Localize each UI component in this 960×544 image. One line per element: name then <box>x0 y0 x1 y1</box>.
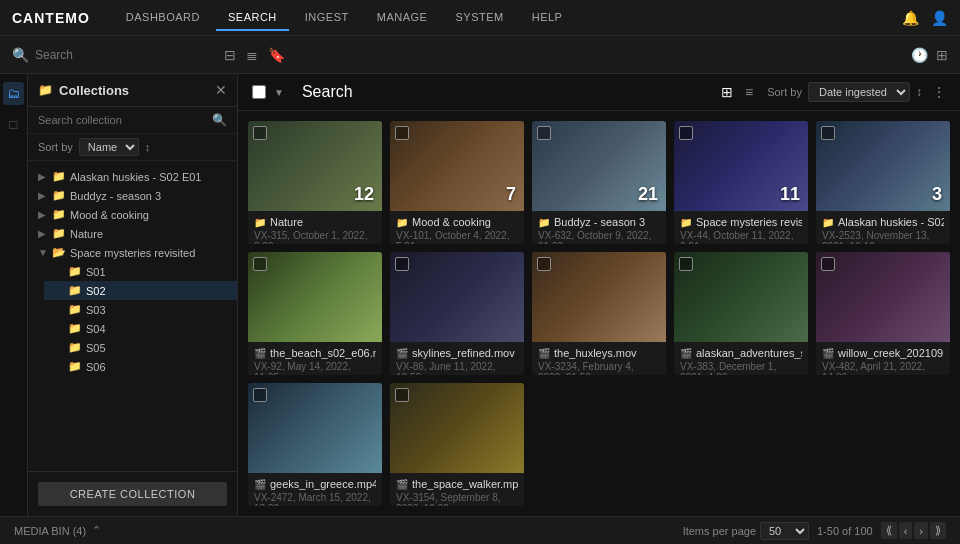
item-checkbox[interactable] <box>821 257 835 271</box>
per-page-select[interactable]: 50 25 100 <box>760 522 809 540</box>
grid-item[interactable]: ⋮🎬the_beach_s02_e06.mp4VX-92, May 14, 20… <box>248 252 382 375</box>
checkbox-arrow[interactable]: ▼ <box>274 87 284 98</box>
bell-icon[interactable]: 🔔 <box>902 10 919 26</box>
tree-item-space[interactable]: ▼ 📂 Space mysteries revisited <box>28 243 237 262</box>
folder-icon: 📁 <box>52 170 66 183</box>
grid-item[interactable]: 11⋮📁Space mysteries revisit...VX-44, Oct… <box>674 121 808 244</box>
grid-item[interactable]: ⋮🎬skylines_refined.movVX-86, June 11, 20… <box>390 252 524 375</box>
item-checkbox[interactable] <box>253 126 267 140</box>
tree-item-s06[interactable]: ▶ 📁 S06 <box>44 357 237 376</box>
folder-icon: 📁 <box>68 322 82 335</box>
file-icon: 🎬 <box>254 348 266 359</box>
app-logo: CANTEMO <box>12 10 90 26</box>
folder-icon: 📁 <box>68 341 82 354</box>
item-meta: VX-632, October 9, 2022, 21:33 <box>538 230 660 244</box>
folder-icon: 📁 <box>52 208 66 221</box>
grid-item[interactable]: ⋮🎬geeks_in_greece.mp4VX-2472, March 15, … <box>248 383 382 506</box>
grid-view-button[interactable]: ⊞ <box>717 82 737 102</box>
item-meta: VX-3154, September 8, 2022, 12:00 <box>396 492 518 506</box>
sidebar-tree: ▶ 📁 Alaskan huskies - S02 E01 ▶ 📁 Buddyz… <box>28 161 237 471</box>
nav-search[interactable]: SEARCH <box>216 5 289 31</box>
item-checkbox[interactable] <box>253 388 267 402</box>
nav-manage[interactable]: MANAGE <box>365 5 440 31</box>
item-checkbox[interactable] <box>679 257 693 271</box>
collection-icon: 📁 <box>254 217 266 228</box>
collections-icon[interactable]: 🗂 <box>3 82 24 105</box>
page-title: Search <box>302 83 707 101</box>
per-page-label: Items per page <box>683 525 756 537</box>
grid-item[interactable]: 12⋮📁NatureVX-315, October 1, 2022, 3:30 <box>248 121 382 244</box>
nav-help[interactable]: HELP <box>520 5 575 31</box>
bottom-bar: MEDIA BIN (4) ⌃ Items per page 50 25 100… <box>0 516 960 544</box>
tree-item-s03[interactable]: ▶ 📁 S03 <box>44 300 237 319</box>
chevron-up-icon: ⌃ <box>92 524 101 537</box>
bookmark-icon[interactable]: 🔖 <box>268 47 285 63</box>
collection-icon: 📁 <box>680 217 692 228</box>
sort-order-icon[interactable]: ↕ <box>145 141 151 153</box>
sort-dropdown[interactable]: Date ingested Name Date created <box>808 82 910 102</box>
sidebar-toggle-icon[interactable]: □ <box>6 113 22 136</box>
grid-item[interactable]: ⋮🎬the_space_walker.mp4VX-3154, September… <box>390 383 524 506</box>
item-checkbox[interactable] <box>537 126 551 140</box>
grid-item[interactable]: ⋮🎬alaskan_adventures_s01_e05.mp4VX-383, … <box>674 252 808 375</box>
history-icon[interactable]: 🕐 <box>911 47 928 63</box>
item-name: Mood & cooking <box>412 216 491 228</box>
tree-item-buddyz[interactable]: ▶ 📁 Buddyz - season 3 <box>28 186 237 205</box>
item-count: 12 <box>354 184 374 205</box>
item-count: 3 <box>932 184 942 205</box>
sidebar: 📁 Collections ✕ 🔍 Sort by Name Date ↕ ▶ <box>28 74 238 516</box>
grid-item[interactable]: 3⋮📁Alaskan huskies - S02 E01VX-2523, Nov… <box>816 121 950 244</box>
grid-item[interactable]: 21⋮📁Buddyz - season 3VX-632, October 9, … <box>532 121 666 244</box>
first-page-button[interactable]: ⟪ <box>881 522 897 539</box>
collection-icon: 📁 <box>822 217 834 228</box>
page-nav: ⟪ ‹ › ⟫ <box>881 522 946 539</box>
tree-item-s04[interactable]: ▶ 📁 S04 <box>44 319 237 338</box>
columns-icon[interactable]: ≣ <box>246 47 258 63</box>
item-name: willow_creek_20210918.mp4 <box>838 347 944 359</box>
collection-search-input[interactable] <box>38 114 206 126</box>
tree-item-alaskan[interactable]: ▶ 📁 Alaskan huskies - S02 E01 <box>28 167 237 186</box>
nav-system[interactable]: SYSTEM <box>443 5 515 31</box>
list-view-button[interactable]: ≡ <box>741 82 757 102</box>
item-checkbox[interactable] <box>821 126 835 140</box>
grid-item[interactable]: 7⋮📁Mood & cookingVX-101, October 4, 2022… <box>390 121 524 244</box>
close-icon[interactable]: ✕ <box>215 82 227 98</box>
media-bin[interactable]: MEDIA BIN (4) ⌃ <box>14 524 683 537</box>
item-meta: VX-2472, March 15, 2022, 18:30 <box>254 492 376 506</box>
prev-page-button[interactable]: ‹ <box>899 522 913 539</box>
item-meta: VX-482, April 21, 2022, 14:36 <box>822 361 944 375</box>
item-checkbox[interactable] <box>395 126 409 140</box>
create-collection-button[interactable]: CREATE COLLECTION <box>38 482 227 506</box>
select-all-checkbox[interactable] <box>252 85 266 99</box>
item-checkbox[interactable] <box>679 126 693 140</box>
tree-item-s01[interactable]: ▶ 📁 S01 <box>44 262 237 281</box>
tree-item-s02[interactable]: ▶ 📁 S02 <box>44 281 237 300</box>
item-checkbox[interactable] <box>253 257 267 271</box>
item-meta: VX-86, June 11, 2022, 12:52 <box>396 361 518 375</box>
nav-dashboard[interactable]: DASHBOARD <box>114 5 212 31</box>
folder-icon: 📁 <box>68 303 82 316</box>
tree-item-mood[interactable]: ▶ 📁 Mood & cooking <box>28 205 237 224</box>
item-checkbox[interactable] <box>537 257 551 271</box>
last-page-button[interactable]: ⟫ <box>930 522 946 539</box>
folder-icon: 📁 <box>68 360 82 373</box>
options-icon[interactable]: ⋮ <box>932 84 946 100</box>
grid-item[interactable]: ⋮🎬willow_creek_20210918.mp4VX-482, April… <box>816 252 950 375</box>
item-checkbox[interactable] <box>395 257 409 271</box>
grid-area: 12⋮📁NatureVX-315, October 1, 2022, 3:307… <box>238 111 960 516</box>
sort-order-icon[interactable]: ↕ <box>916 85 922 99</box>
user-icon[interactable]: 👤 <box>931 10 948 26</box>
grid-icon[interactable]: ⊞ <box>936 47 948 63</box>
sidebar-header: 📁 Collections ✕ <box>28 74 237 107</box>
next-page-button[interactable]: › <box>914 522 928 539</box>
item-meta: VX-44, October 11, 2022, 9:21 <box>680 230 802 244</box>
sort-select[interactable]: Name Date <box>79 138 139 156</box>
item-checkbox[interactable] <box>395 388 409 402</box>
search-bar: 🔍 ⊟ ≣ 🔖 🕐 ⊞ <box>0 36 960 74</box>
filter-icon[interactable]: ⊟ <box>224 47 236 63</box>
search-input[interactable] <box>35 48 212 62</box>
tree-item-nature[interactable]: ▶ 📁 Nature <box>28 224 237 243</box>
nav-ingest[interactable]: INGEST <box>293 5 361 31</box>
grid-item[interactable]: ⋮🎬the_huxleys.movVX-3234, February 4, 20… <box>532 252 666 375</box>
tree-item-s05[interactable]: ▶ 📁 S05 <box>44 338 237 357</box>
